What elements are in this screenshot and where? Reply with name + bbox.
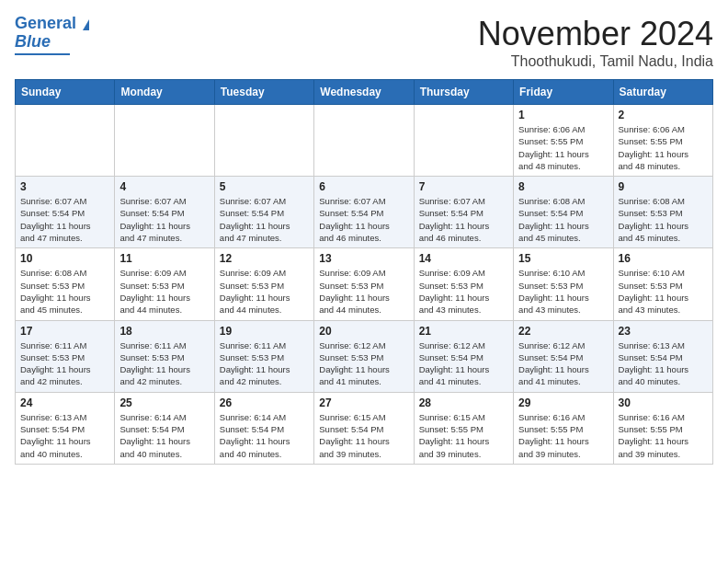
day-number: 23 [619,325,708,338]
day-info: Sunrise: 6:12 AM Sunset: 5:53 PM Dayligh… [319,339,408,388]
calendar-cell: 10Sunrise: 6:08 AM Sunset: 5:53 PM Dayli… [16,248,115,320]
day-info: Sunrise: 6:08 AM Sunset: 5:54 PM Dayligh… [518,195,608,244]
calendar-cell: 13Sunrise: 6:09 AM Sunset: 5:53 PM Dayli… [314,248,414,320]
calendar-cell: 8Sunrise: 6:08 AM Sunset: 5:54 PM Daylig… [514,177,613,248]
calendar-cell: 17Sunrise: 6:11 AM Sunset: 5:53 PM Dayli… [16,320,115,392]
day-number: 15 [518,252,608,265]
calendar-cell: 5Sunrise: 6:07 AM Sunset: 5:54 PM Daylig… [214,177,313,248]
calendar-cell: 11Sunrise: 6:09 AM Sunset: 5:53 PM Dayli… [115,248,214,320]
day-number: 14 [419,252,508,265]
calendar-table: SundayMondayTuesdayWednesdayThursdayFrid… [15,79,713,465]
calendar-cell: 29Sunrise: 6:16 AM Sunset: 5:55 PM Dayli… [514,392,613,464]
calendar-cell: 14Sunrise: 6:09 AM Sunset: 5:53 PM Dayli… [414,248,513,320]
day-info: Sunrise: 6:12 AM Sunset: 5:54 PM Dayligh… [419,339,508,388]
title-block: November 2024 Thoothukudi, Tamil Nadu, I… [478,15,713,70]
calendar-cell: 30Sunrise: 6:16 AM Sunset: 5:55 PM Dayli… [613,392,712,464]
day-info: Sunrise: 6:12 AM Sunset: 5:54 PM Dayligh… [518,339,608,388]
day-number: 24 [20,396,109,409]
day-number: 10 [20,252,109,265]
day-info: Sunrise: 6:15 AM Sunset: 5:55 PM Dayligh… [419,411,508,460]
calendar-cell [16,105,115,177]
weekday-header-sunday: Sunday [16,80,115,105]
weekday-header-monday: Monday [115,80,214,105]
day-info: Sunrise: 6:08 AM Sunset: 5:53 PM Dayligh… [619,195,708,244]
weekday-header-tuesday: Tuesday [214,80,313,105]
day-info: Sunrise: 6:11 AM Sunset: 5:53 PM Dayligh… [119,339,209,388]
weekday-header-friday: Friday [514,80,613,105]
day-info: Sunrise: 6:11 AM Sunset: 5:53 PM Dayligh… [220,339,309,388]
page-header: General Blue November 2024 Thoothukudi, … [15,15,713,70]
calendar-cell: 20Sunrise: 6:12 AM Sunset: 5:53 PM Dayli… [314,320,414,392]
day-info: Sunrise: 6:15 AM Sunset: 5:54 PM Dayligh… [319,411,408,460]
day-info: Sunrise: 6:13 AM Sunset: 5:54 PM Dayligh… [20,411,109,460]
day-number: 5 [220,180,309,193]
day-number: 25 [119,396,209,409]
day-info: Sunrise: 6:09 AM Sunset: 5:53 PM Dayligh… [119,267,209,316]
calendar-cell: 19Sunrise: 6:11 AM Sunset: 5:53 PM Dayli… [214,320,313,392]
calendar-cell: 16Sunrise: 6:10 AM Sunset: 5:53 PM Dayli… [613,248,712,320]
day-info: Sunrise: 6:07 AM Sunset: 5:54 PM Dayligh… [419,195,508,244]
calendar-cell: 21Sunrise: 6:12 AM Sunset: 5:54 PM Dayli… [414,320,513,392]
day-info: Sunrise: 6:11 AM Sunset: 5:53 PM Dayligh… [20,339,109,388]
day-info: Sunrise: 6:06 AM Sunset: 5:55 PM Dayligh… [619,123,708,172]
calendar-cell [414,105,513,177]
calendar-cell: 24Sunrise: 6:13 AM Sunset: 5:54 PM Dayli… [16,392,115,464]
day-info: Sunrise: 6:09 AM Sunset: 5:53 PM Dayligh… [220,267,309,316]
day-info: Sunrise: 6:14 AM Sunset: 5:54 PM Dayligh… [119,411,209,460]
day-number: 9 [619,180,708,193]
day-info: Sunrise: 6:06 AM Sunset: 5:55 PM Dayligh… [518,123,608,172]
calendar-cell [314,105,414,177]
day-info: Sunrise: 6:08 AM Sunset: 5:53 PM Dayligh… [20,267,109,316]
weekday-header-thursday: Thursday [414,80,513,105]
day-info: Sunrise: 6:16 AM Sunset: 5:55 PM Dayligh… [619,411,708,460]
day-info: Sunrise: 6:14 AM Sunset: 5:54 PM Dayligh… [220,411,309,460]
logo: General Blue [15,15,89,55]
calendar-cell [214,105,313,177]
calendar-cell: 3Sunrise: 6:07 AM Sunset: 5:54 PM Daylig… [16,177,115,248]
weekday-header-row: SundayMondayTuesdayWednesdayThursdayFrid… [16,80,713,105]
calendar-week-1: 3Sunrise: 6:07 AM Sunset: 5:54 PM Daylig… [16,177,713,248]
calendar-cell: 6Sunrise: 6:07 AM Sunset: 5:54 PM Daylig… [314,177,414,248]
day-number: 12 [220,252,309,265]
logo-underline [15,53,70,55]
day-info: Sunrise: 6:10 AM Sunset: 5:53 PM Dayligh… [518,267,608,316]
day-number: 3 [20,180,109,193]
day-info: Sunrise: 6:13 AM Sunset: 5:54 PM Dayligh… [619,339,708,388]
page-title: November 2024 [478,15,713,53]
calendar-week-0: 1Sunrise: 6:06 AM Sunset: 5:55 PM Daylig… [16,105,713,177]
logo-line2-text: Blue [15,33,51,52]
day-number: 17 [20,325,109,338]
calendar-cell: 26Sunrise: 6:14 AM Sunset: 5:54 PM Dayli… [214,392,313,464]
day-number: 18 [119,325,209,338]
calendar-cell: 2Sunrise: 6:06 AM Sunset: 5:55 PM Daylig… [613,105,712,177]
day-number: 19 [220,325,309,338]
day-info: Sunrise: 6:07 AM Sunset: 5:54 PM Dayligh… [20,195,109,244]
calendar-cell: 23Sunrise: 6:13 AM Sunset: 5:54 PM Dayli… [613,320,712,392]
calendar-cell: 18Sunrise: 6:11 AM Sunset: 5:53 PM Dayli… [115,320,214,392]
day-number: 28 [419,396,508,409]
page-subtitle: Thoothukudi, Tamil Nadu, India [478,53,713,70]
day-number: 30 [619,396,708,409]
day-number: 11 [119,252,209,265]
calendar-cell: 28Sunrise: 6:15 AM Sunset: 5:55 PM Dayli… [414,392,513,464]
calendar-week-3: 17Sunrise: 6:11 AM Sunset: 5:53 PM Dayli… [16,320,713,392]
day-info: Sunrise: 6:09 AM Sunset: 5:53 PM Dayligh… [319,267,408,316]
day-number: 27 [319,396,408,409]
calendar-cell: 1Sunrise: 6:06 AM Sunset: 5:55 PM Daylig… [514,105,613,177]
day-number: 1 [518,109,608,121]
day-number: 8 [518,180,608,193]
day-number: 21 [419,325,508,338]
day-info: Sunrise: 6:07 AM Sunset: 5:54 PM Dayligh… [319,195,408,244]
day-number: 29 [518,396,608,409]
day-number: 13 [319,252,408,265]
calendar-cell: 7Sunrise: 6:07 AM Sunset: 5:54 PM Daylig… [414,177,513,248]
calendar-week-2: 10Sunrise: 6:08 AM Sunset: 5:53 PM Dayli… [16,248,713,320]
weekday-header-saturday: Saturday [613,80,712,105]
day-info: Sunrise: 6:10 AM Sunset: 5:53 PM Dayligh… [619,267,708,316]
calendar-week-4: 24Sunrise: 6:13 AM Sunset: 5:54 PM Dayli… [16,392,713,464]
calendar-cell: 12Sunrise: 6:09 AM Sunset: 5:53 PM Dayli… [214,248,313,320]
day-number: 22 [518,325,608,338]
logo-text: General [15,15,89,33]
day-number: 4 [119,180,209,193]
day-info: Sunrise: 6:16 AM Sunset: 5:55 PM Dayligh… [518,411,608,460]
